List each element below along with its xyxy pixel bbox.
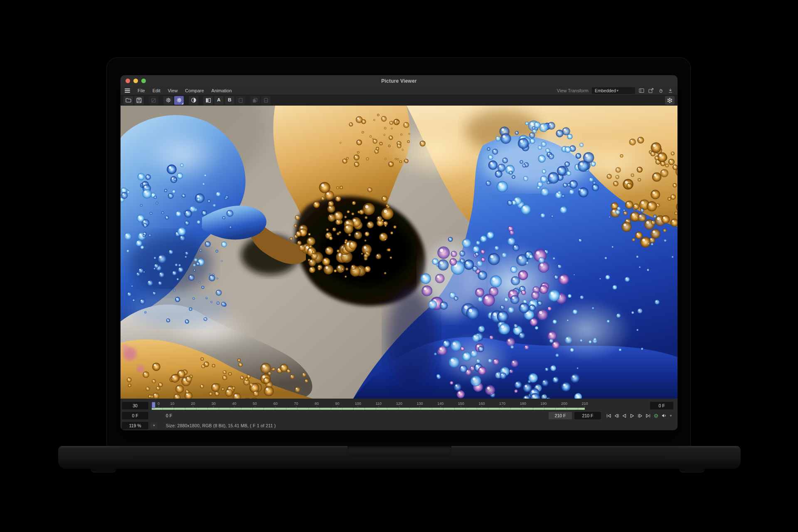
transport-more-chevron[interactable]: ▼ <box>668 413 673 419</box>
play-forward-button[interactable] <box>629 413 635 419</box>
macbook-base <box>58 446 741 469</box>
ruler-tick-200: 200 <box>561 401 567 407</box>
ruler-end-field[interactable]: 0 F <box>650 402 673 409</box>
step-back-button[interactable] <box>613 413 620 419</box>
ruler-tick-100: 100 <box>355 401 361 407</box>
compare-ab-button[interactable] <box>203 96 213 105</box>
page-alt-icon <box>264 98 268 103</box>
menu-item-view[interactable]: View <box>164 86 182 95</box>
set-b-button[interactable]: B <box>225 96 234 105</box>
ruler-tick-130: 130 <box>417 401 423 407</box>
save-comparison-button[interactable] <box>261 96 271 105</box>
render-settings-button[interactable] <box>163 96 173 105</box>
ruler-tick-90: 90 <box>335 401 340 407</box>
view-transform-label: View Transform <box>557 88 589 93</box>
loop-gear-icon[interactable] <box>653 413 659 419</box>
ruler-tick-70: 70 <box>294 401 298 407</box>
status-row: 119 % ▼ Size: 2880x1800, RGB (8 Bit), 15… <box>122 421 673 430</box>
ruler-tick-40: 40 <box>232 401 236 407</box>
ruler-tick-190: 190 <box>540 401 547 407</box>
skip-start-button[interactable] <box>605 413 612 419</box>
hand-pan-icon[interactable] <box>658 88 664 94</box>
menu-item-compare[interactable]: Compare <box>181 86 207 95</box>
save-button[interactable] <box>134 96 144 105</box>
ruler-tick-20: 20 <box>191 401 195 407</box>
molecule-render-icon <box>667 97 673 103</box>
frame-row: 0 F 0 F 210 F 210 F ▼ <box>122 411 673 420</box>
dock-pin-icon[interactable] <box>667 88 673 94</box>
swap-ab-button[interactable] <box>236 96 245 105</box>
zoom-dropdown-button[interactable]: ▼ <box>150 423 158 429</box>
playhead[interactable] <box>152 402 155 408</box>
window-title: Picture Viewer <box>121 78 677 84</box>
ruler-tick-210: 210 <box>582 401 588 407</box>
ruler-tick-0: 0 <box>158 401 160 407</box>
timeline-panel: 30 0102030405060708090100110120130140150… <box>121 399 677 430</box>
ruler-tick-180: 180 <box>520 401 526 407</box>
chevron-down-icon: ▼ <box>616 89 633 93</box>
menu-item-animation[interactable]: Animation <box>208 86 236 95</box>
display-settings-button[interactable] <box>174 96 184 105</box>
ruler-row: 30 0102030405060708090100110120130140150… <box>122 401 673 410</box>
range-end-field[interactable]: 210 F <box>574 412 601 419</box>
ruler-tick-10: 10 <box>170 401 175 407</box>
filter-button[interactable] <box>189 96 198 105</box>
macbook-foot-right <box>679 468 705 473</box>
ruler-tick-160: 160 <box>478 401 485 407</box>
page-icon <box>238 98 243 103</box>
macbook-lid-notch <box>347 446 451 457</box>
title-bar: Picture Viewer <box>121 75 677 86</box>
copy-icon <box>252 98 258 103</box>
ruler-tick-140: 140 <box>437 401 443 407</box>
ruler-tick-50: 50 <box>253 401 257 407</box>
play-reverse-button[interactable] <box>621 413 628 419</box>
view-transform-dropdown[interactable]: Embedded ▼ <box>592 87 635 94</box>
image-canvas <box>121 106 677 399</box>
timeline-ruler[interactable]: 0102030405060708090100110120130140150160… <box>152 401 647 410</box>
menu-items: FileEditViewCompareAnimation <box>134 86 236 95</box>
image-info-text: Size: 2880x1800, RGB (8 Bit), 15.41 MB, … <box>166 423 276 428</box>
view-transform-value: Embedded <box>595 88 616 93</box>
folder-icon <box>126 98 131 103</box>
pane-split-icon[interactable] <box>638 88 645 94</box>
set-a-label: A <box>217 98 220 103</box>
cache-bar <box>152 408 585 410</box>
contrast-icon <box>191 97 197 103</box>
toolbar: A B <box>121 95 677 106</box>
ruler-tick-110: 110 <box>376 401 382 407</box>
set-a-button[interactable]: A <box>214 96 224 105</box>
ruler-tick-150: 150 <box>458 401 464 407</box>
skip-end-button[interactable] <box>645 413 651 419</box>
current-frame-label: 0 F <box>166 413 172 418</box>
menu-bar: FileEditViewCompareAnimation View Transf… <box>121 86 677 95</box>
floppy-icon <box>136 98 142 103</box>
ruler-tick-60: 60 <box>273 401 278 407</box>
rendered-image <box>121 106 677 399</box>
transport-controls: ▼ <box>605 413 673 419</box>
current-frame-field[interactable]: 0 F <box>122 412 148 419</box>
copy-button[interactable] <box>250 96 260 105</box>
hamburger-menu-icon[interactable] <box>125 89 130 93</box>
page-background: Picture Viewer FileEditViewCompareAnimat… <box>0 0 798 532</box>
macbook-foot-left <box>91 468 116 473</box>
menu-item-file[interactable]: File <box>134 86 149 95</box>
render-preview-button[interactable] <box>665 96 675 105</box>
zoom-level-field[interactable]: 119 % <box>122 422 148 429</box>
speaker-icon[interactable] <box>660 413 667 419</box>
navigator-icon <box>151 98 156 103</box>
open-folder-button[interactable] <box>123 96 133 105</box>
ruler-tick-120: 120 <box>396 401 402 407</box>
menu-item-edit[interactable]: Edit <box>149 86 164 95</box>
ruler-tick-170: 170 <box>499 401 505 407</box>
picture-viewer-window: Picture Viewer FileEditViewCompareAnimat… <box>121 75 677 430</box>
pop-out-icon[interactable] <box>648 88 654 94</box>
navigator-button[interactable] <box>149 96 158 105</box>
display-settings-gear-icon <box>176 97 182 103</box>
ruler-tick-30: 30 <box>212 401 216 407</box>
render-settings-gear-icon <box>165 97 171 103</box>
step-forward-button[interactable] <box>637 413 643 419</box>
range-end-display[interactable]: 210 F <box>549 412 572 419</box>
fps-field[interactable]: 30 <box>122 402 148 409</box>
ruler-tick-80: 80 <box>315 401 319 407</box>
compare-panels-icon <box>205 98 211 103</box>
